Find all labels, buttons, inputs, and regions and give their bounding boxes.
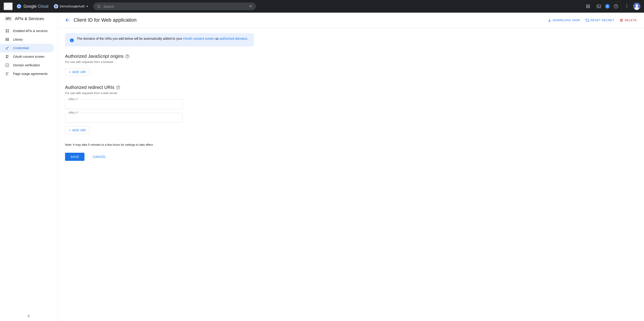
sidebar-item-label: OAuth consent screen <box>13 55 44 58</box>
google-cloud-logo-icon <box>16 3 22 9</box>
uri1-input[interactable]: http://localhost:3000/auth/login/google <box>68 103 179 107</box>
svg-line-1 <box>100 7 101 8</box>
sidebar-header: API APIs & Services <box>0 13 58 25</box>
svg-rect-25 <box>6 38 6 41</box>
svg-point-15 <box>626 5 627 5</box>
sidebar-item-domain-verification[interactable]: Domain verification <box>0 61 54 69</box>
cancel-button[interactable]: CANCEL <box>87 153 112 161</box>
google-cloud-logo[interactable]: Google Cloud <box>16 3 48 9</box>
user-avatar[interactable] <box>633 3 640 10</box>
svg-point-19 <box>636 4 638 7</box>
svg-rect-9 <box>588 7 588 8</box>
js-origins-section: Authorized JavaScript origins For use wi… <box>65 54 254 76</box>
svg-rect-10 <box>589 7 590 8</box>
sidebar-item-label: Library <box>13 38 23 41</box>
svg-point-43 <box>128 57 128 57</box>
plus-icon: + <box>69 128 71 132</box>
sidebar-title: APIs & Services <box>15 16 44 21</box>
chevron-down-icon: ▾ <box>86 5 88 8</box>
redirect-uris-help-icon[interactable] <box>116 85 120 90</box>
sidebar-item-enabled-apis[interactable]: Enabled APIs & services <box>0 27 54 35</box>
sidebar-collapse-button[interactable] <box>0 311 58 321</box>
svg-rect-36 <box>6 74 8 75</box>
oauth-consent-link[interactable]: OAuth consent screen <box>183 37 214 40</box>
svg-point-16 <box>626 6 627 7</box>
menu-button[interactable] <box>4 2 13 10</box>
search-input[interactable]: oauth <box>103 4 247 8</box>
search-clear-icon[interactable]: ✕ <box>249 4 252 9</box>
sidebar-item-label: Page usage agreements <box>13 72 48 76</box>
key-icon <box>4 46 10 50</box>
save-button[interactable]: SAVE <box>65 153 84 161</box>
svg-rect-8 <box>586 7 587 8</box>
info-banner: The domains of the URIs you add below wi… <box>65 33 254 46</box>
svg-rect-11 <box>597 5 601 8</box>
uri2-input[interactable]: https://wasp-csrf-demo.netlify.app/auth/… <box>68 117 179 120</box>
uri-field-1: URIs 1 * http://localhost:3000/auth/logi… <box>65 99 182 109</box>
redirect-uris-desc: For use with requests from a web server <box>65 91 254 95</box>
action-buttons: SAVE CANCEL <box>65 153 254 161</box>
help-button[interactable] <box>612 2 620 11</box>
reset-secret-button[interactable]: RESET SECRET <box>586 16 614 24</box>
check-square-icon <box>4 63 10 67</box>
main-content: The domains of the URIs you add below wi… <box>58 28 261 166</box>
sidebar-nav: Enabled APIs & services Library <box>0 25 58 311</box>
js-origins-help-icon[interactable] <box>125 54 130 58</box>
more-options-button[interactable] <box>622 2 631 11</box>
back-button[interactable] <box>65 17 70 22</box>
top-nav: Google Cloud D DemoGoogleAuth ▾ oauth ✕ <box>0 0 644 13</box>
svg-line-30 <box>8 47 9 48</box>
svg-rect-37 <box>6 75 7 75</box>
project-selector[interactable]: D DemoGoogleAuth ▾ <box>52 3 90 9</box>
svg-rect-6 <box>588 6 588 6</box>
sidebar-item-page-usage[interactable]: Page usage agreements <box>0 69 54 78</box>
info-text-middle: as <box>214 37 220 40</box>
svg-rect-3 <box>588 5 588 5</box>
redirect-uris-add-uri-button[interactable]: + ADD URI <box>65 126 90 134</box>
js-origins-desc: For use with requests from a browser <box>65 60 254 64</box>
svg-rect-24 <box>8 31 9 32</box>
svg-point-17 <box>626 7 627 8</box>
svg-rect-5 <box>586 6 587 6</box>
search-bar: oauth ✕ <box>93 2 256 10</box>
svg-rect-26 <box>7 38 8 41</box>
add-uri-label: ADD URI <box>72 128 86 132</box>
delete-button[interactable]: DELETE <box>620 16 637 24</box>
page-title: Client ID for Web application <box>74 17 544 23</box>
download-icon <box>548 18 552 22</box>
info-text-before: The domains of the URIs you add below wi… <box>77 37 183 40</box>
sidebar-item-label: Domain verification <box>13 63 40 67</box>
sidebar: API APIs & Services Enabled APIs & servi… <box>0 13 58 321</box>
sidebar-item-credentials[interactable]: Credentials <box>0 44 54 52</box>
js-origins-title: Authorized JavaScript origins <box>65 54 254 59</box>
svg-rect-21 <box>6 29 7 30</box>
redirect-uris-section: Authorized redirect URIs For use with re… <box>65 85 254 134</box>
authorized-domains-link[interactable]: authorized domains <box>220 37 247 40</box>
apps-button[interactable] <box>584 2 592 11</box>
svg-rect-4 <box>589 5 590 5</box>
people-icon <box>4 55 10 59</box>
settings-note: Note: It may take 5 minutes to a few hou… <box>65 143 254 147</box>
plus-icon: + <box>69 70 71 74</box>
sidebar-item-library[interactable]: Library <box>0 35 54 44</box>
search-icon <box>97 4 101 9</box>
header-actions: DOWNLOAD JSON RESET SECRET <box>548 16 637 24</box>
list-icon <box>4 72 10 76</box>
js-origins-add-uri-button[interactable]: + ADD URI <box>65 68 90 76</box>
notification-badge[interactable]: 1 <box>605 4 610 8</box>
logo-text: Google Cloud <box>24 4 48 9</box>
download-json-button[interactable]: DOWNLOAD JSON <box>548 16 580 24</box>
uri-inputs: URIs 1 * http://localhost:3000/auth/logi… <box>65 99 254 123</box>
main-layout: API APIs & Services Enabled APIs & servi… <box>0 13 644 321</box>
svg-rect-7 <box>589 6 590 6</box>
download-json-label: DOWNLOAD JSON <box>553 18 580 22</box>
sidebar-item-oauth-consent[interactable]: OAuth consent screen <box>0 52 54 61</box>
sidebar-item-label: Credentials <box>13 46 29 50</box>
terminal-button[interactable] <box>594 2 603 11</box>
trash-icon <box>620 18 623 22</box>
svg-rect-27 <box>8 38 9 41</box>
reset-secret-label: RESET SECRET <box>590 18 614 22</box>
page-header: Client ID for Web application DOWNLOAD J… <box>58 13 644 28</box>
svg-point-32 <box>8 55 9 57</box>
svg-point-14 <box>616 7 616 7</box>
